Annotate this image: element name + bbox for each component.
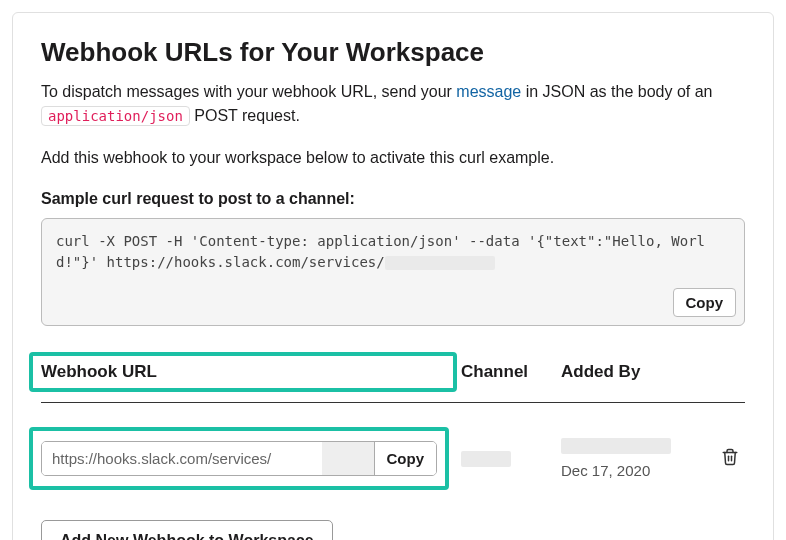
curl-code-text: curl -X POST -H 'Content-type: applicati…	[56, 233, 705, 270]
highlight-box-row: Copy	[29, 427, 449, 490]
col-header-channel: Channel	[461, 362, 561, 382]
webhook-url-group: Copy	[41, 441, 437, 476]
webhook-table-header: Webhook URL Channel Added By	[41, 352, 745, 403]
sample-label: Sample curl request to post to a channel…	[41, 190, 745, 208]
content-type-code: application/json	[41, 106, 190, 126]
activate-note: Add this webhook to your workspace below…	[41, 146, 745, 170]
redacted-url-part	[322, 442, 374, 475]
table-row: Copy Dec 17, 2020	[41, 427, 745, 490]
redacted-token	[385, 256, 495, 270]
channel-cell	[461, 451, 561, 467]
col-header-added: Added By	[561, 362, 715, 382]
added-date: Dec 17, 2020	[561, 462, 715, 479]
intro-text: To dispatch messages with your webhook U…	[41, 80, 745, 128]
copy-url-button[interactable]: Copy	[374, 442, 437, 475]
add-webhook-button[interactable]: Add New Webhook to Workspace	[41, 520, 333, 540]
page-title: Webhook URLs for Your Workspace	[41, 37, 745, 68]
intro-pre: To dispatch messages with your webhook U…	[41, 83, 456, 100]
redacted-user	[561, 438, 671, 454]
copy-curl-button[interactable]: Copy	[673, 288, 737, 317]
trash-icon[interactable]	[721, 448, 739, 470]
col-header-url: Webhook URL	[41, 362, 157, 381]
added-by-cell: Dec 17, 2020	[561, 438, 715, 479]
intro-post: POST request.	[190, 107, 300, 124]
message-link[interactable]: message	[456, 83, 521, 100]
webhook-url-input[interactable]	[42, 442, 322, 475]
redacted-channel	[461, 451, 511, 467]
intro-mid: in JSON as the body of an	[521, 83, 712, 100]
curl-sample-code: curl -X POST -H 'Content-type: applicati…	[41, 218, 745, 326]
webhook-settings-card: Webhook URLs for Your Workspace To dispa…	[12, 12, 774, 540]
highlight-box-header: Webhook URL	[29, 352, 457, 392]
